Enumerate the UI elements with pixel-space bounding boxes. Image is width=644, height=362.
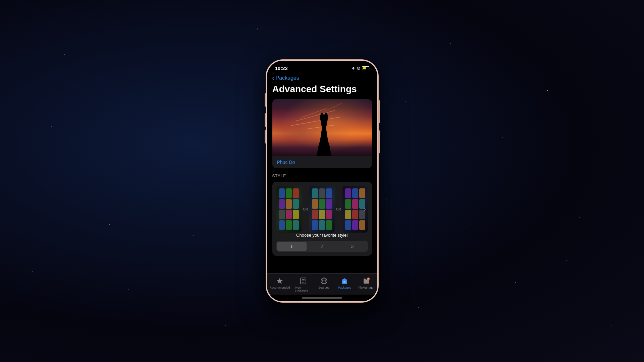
tab-sources-label: Sources (318, 286, 329, 289)
mini-icon (312, 199, 318, 209)
dynamic-island (305, 63, 339, 73)
style-preview-2[interactable] (309, 186, 335, 233)
mini-icon (326, 188, 332, 198)
battery-body (362, 66, 369, 70)
tab-recommended[interactable]: Recommended (267, 276, 293, 290)
mini-icon (326, 220, 332, 230)
battery-icon (362, 66, 369, 70)
back-chevron-icon: ‹ (272, 75, 274, 81)
mini-icon (319, 210, 325, 220)
sources-icon (320, 277, 328, 285)
style-button-3[interactable]: 3 (337, 242, 367, 251)
author-link[interactable]: Phuc Do (272, 156, 372, 168)
back-label[interactable]: Packages (276, 75, 299, 81)
tab-new-releases[interactable]: New Releases (293, 276, 314, 293)
tab-items: Recommended New Releases (267, 276, 377, 293)
style-selector: 1 2 3 (276, 241, 368, 252)
style-button-1[interactable]: 1 (277, 242, 307, 251)
mini-icon (319, 188, 325, 198)
mini-icon (279, 199, 285, 209)
mini-icon (293, 188, 299, 198)
mini-icon (345, 210, 351, 220)
mini-icon (352, 199, 358, 209)
or-separator-1: OR (303, 207, 308, 211)
mini-grid-3 (345, 188, 365, 230)
svg-marker-0 (277, 278, 283, 284)
tab-filemanager-label: FileManager (358, 286, 374, 289)
mini-icon (326, 199, 332, 209)
content-area[interactable]: ‹ Packages Advanced Settings Phu (267, 72, 377, 273)
mini-grid-2 (312, 188, 332, 230)
style-preview-container: OR (272, 182, 372, 256)
home-indicator (267, 295, 377, 301)
mini-icon (345, 220, 351, 230)
mini-icon (312, 210, 318, 220)
mini-icon (359, 220, 365, 230)
mini-icon (293, 220, 299, 230)
phone-frame: 10:22 ✈ ◎ ‹ Packages A (266, 60, 378, 302)
style-preview-1[interactable] (276, 186, 302, 233)
tab-packages-label: Packages (338, 286, 352, 289)
airplane-icon: ✈ (352, 66, 355, 71)
mini-icon (312, 188, 318, 198)
next-arrow-icon[interactable]: › (364, 206, 366, 212)
mini-icon (286, 220, 292, 230)
section-label: STYLE (272, 174, 372, 178)
battery-fill (363, 67, 366, 69)
mini-icon (279, 188, 285, 198)
mini-icon (345, 199, 351, 209)
hero-image (272, 99, 372, 156)
tab-bar: Recommended New Releases (267, 273, 377, 295)
signal-icon: ◎ (357, 66, 360, 70)
mini-grid-1 (279, 188, 299, 230)
mini-icon (319, 199, 325, 209)
mini-icon (279, 210, 285, 220)
or-separator-2: OR (336, 207, 341, 211)
recommended-icon (276, 277, 284, 285)
mini-icon (286, 188, 292, 198)
mini-icon (345, 188, 351, 198)
filemanager-icon (362, 277, 370, 285)
tab-filemanager[interactable]: FileManager (355, 276, 377, 290)
tab-packages[interactable]: Packages (334, 276, 355, 290)
mini-icon (352, 210, 358, 220)
svg-rect-11 (368, 279, 369, 279)
hero-card: Phuc Do (272, 99, 372, 168)
mini-icon (326, 210, 332, 220)
packages-icon (340, 277, 348, 285)
mini-icon (279, 220, 285, 230)
bottom-spacer (267, 258, 377, 265)
style-button-2[interactable]: 2 (307, 242, 337, 251)
mini-icon (286, 210, 292, 220)
mini-icon (359, 188, 365, 198)
style-previews-wrapper: OR (276, 186, 368, 233)
mini-icon (352, 220, 358, 230)
tab-sources[interactable]: Sources (314, 276, 334, 290)
mini-icon (352, 188, 358, 198)
back-navigation[interactable]: ‹ Packages (267, 72, 377, 82)
new-releases-icon (299, 277, 307, 285)
mini-icon (286, 199, 292, 209)
style-section: STYLE (267, 168, 377, 258)
tab-recommended-label: Recommended (270, 286, 290, 289)
mini-icon (319, 220, 325, 230)
mini-icon (312, 220, 318, 230)
style-caption: Choose your favorite style! (276, 233, 368, 238)
tab-new-releases-label: New Releases (296, 286, 311, 293)
home-bar (302, 297, 342, 299)
page-title: Advanced Settings (267, 82, 377, 99)
phone-screen: 10:22 ✈ ◎ ‹ Packages A (267, 61, 377, 301)
status-time: 10:22 (275, 65, 288, 71)
mini-icon (293, 199, 299, 209)
status-icons: ✈ ◎ (352, 66, 369, 71)
svg-rect-9 (343, 281, 345, 283)
mini-icon (293, 210, 299, 220)
